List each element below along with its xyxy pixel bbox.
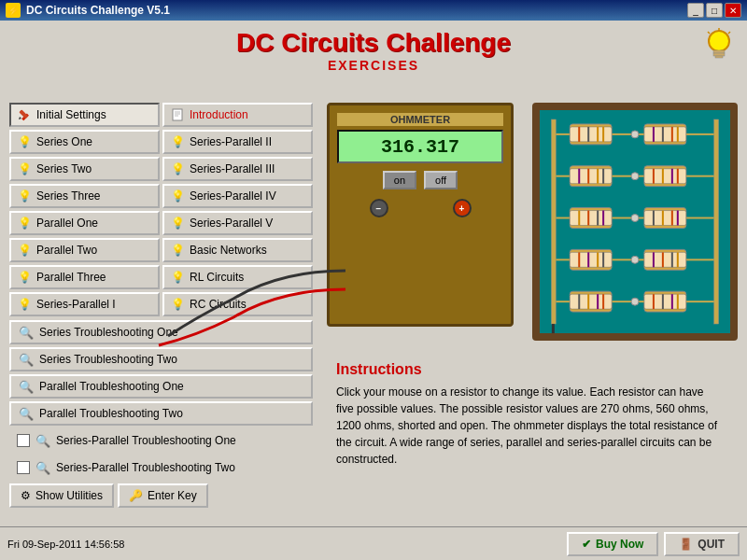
series-trouble-two-button[interactable]: 🔍 Series Troubleshooting Two (9, 347, 313, 371)
main-window: DC Circuits Challenge EXERCISES (0, 21, 747, 560)
nav-series-parallel-ii[interactable]: 💡 Series-Parallel II (162, 130, 313, 154)
nav-basic-networks[interactable]: 💡 Basic Networks (162, 238, 313, 262)
basic-networks-label: Basic Networks (190, 244, 267, 257)
bulb-icon-4: 💡 (170, 161, 185, 176)
nav-series-parallel-iv[interactable]: 💡 Series-Parallel IV (162, 184, 313, 208)
enter-key-label: Enter Key (148, 489, 197, 502)
circuit-board (532, 103, 738, 341)
nav-grid: Initial Settings Introduction 💡 Series O… (9, 103, 313, 316)
nav-series-parallel-i[interactable]: 💡 Series-Parallel I (9, 292, 160, 316)
show-utilities-label: Show Utilities (35, 489, 103, 502)
bottom-right-buttons: ✔ Buy Now 🚪 QUIT (567, 532, 740, 556)
nav-parallel-one[interactable]: 💡 Parallel One (9, 211, 160, 235)
nav-series-three[interactable]: 💡 Series Three (9, 184, 160, 208)
nav-rl-circuits[interactable]: 💡 RL Circuits (162, 265, 313, 289)
nav-series-parallel-iii[interactable]: 💡 Series-Parallel III (162, 157, 313, 181)
checkbox-sp-two[interactable] (17, 461, 30, 474)
parallel-three-label: Parallel Three (36, 271, 106, 284)
nav-parallel-three[interactable]: 💡 Parallel Three (9, 265, 160, 289)
sp-trouble-one-row[interactable]: 🔍 Series-Parallel Troubleshooting One (9, 428, 313, 453)
bulb-icon-13: 💡 (17, 297, 32, 312)
svg-point-97 (631, 173, 639, 180)
window-title: DC Circuits Challenge V5.1 (26, 4, 170, 17)
svg-rect-15 (714, 119, 719, 324)
series-trouble-two-label: Series Troubleshooting Two (39, 353, 177, 366)
ohmmeter-body: OHMMETER 316.317 on off − + (327, 103, 514, 327)
series-parallel-i-label: Series-Parallel I (36, 298, 116, 311)
series-three-label: Series Three (36, 189, 100, 203)
nav-parallel-two[interactable]: 💡 Parallel Two (9, 238, 160, 262)
left-panel: Initial Settings Introduction 💡 Series O… (9, 103, 313, 508)
search-icon-3: 🔍 (19, 379, 34, 394)
bulb-icon-11: 💡 (17, 270, 32, 285)
ohmmeter-on-button[interactable]: on (383, 171, 416, 189)
series-parallel-iv-label: Series-Parallel IV (190, 189, 276, 203)
ohmmeter-off-button[interactable]: off (424, 171, 458, 189)
svg-rect-10 (173, 109, 182, 120)
checkbox-sp-one[interactable] (17, 434, 30, 447)
parallel-trouble-two-button[interactable]: 🔍 Parallel Troubleshooting Two (9, 401, 313, 426)
parallel-trouble-one-button[interactable]: 🔍 Parallel Troubleshooting One (9, 374, 313, 399)
close-button[interactable]: ✕ (725, 3, 741, 18)
svg-rect-3 (715, 56, 723, 58)
series-two-label: Series Two (36, 162, 92, 175)
parallel-two-label: Parallel Two (36, 244, 97, 257)
search-icon-4: 🔍 (19, 406, 34, 421)
title-bar: ⚡ DC Circuits Challenge V5.1 _ □ ✕ (0, 0, 747, 21)
svg-point-0 (709, 31, 729, 51)
nav-series-parallel-v[interactable]: 💡 Series-Parallel V (162, 211, 313, 235)
initial-settings-label: Initial Settings (36, 108, 106, 121)
bulb-icon-14: 💡 (170, 297, 185, 312)
svg-point-96 (631, 131, 639, 138)
svg-rect-59 (644, 211, 686, 226)
show-utilities-button[interactable]: ⚙ Show Utilities (9, 483, 114, 508)
svg-rect-2 (713, 53, 725, 56)
right-panel: OHMMETER 316.317 on off − + (327, 103, 738, 355)
key-icon: 🔑 (129, 489, 143, 502)
bulb-icon-3: 💡 (17, 161, 32, 176)
sp-trouble-two-row[interactable]: 🔍 Series-Parallel Troubleshooting Two (9, 455, 313, 480)
nav-rc-circuits[interactable]: 💡 RC Circuits (162, 292, 313, 316)
series-parallel-ii-label: Series-Parallel II (190, 135, 272, 148)
svg-line-5 (708, 32, 710, 34)
search-icon-5: 🔍 (35, 433, 50, 448)
app-subtitle: EXERCISES (0, 58, 747, 73)
maximize-button[interactable]: □ (706, 3, 723, 18)
utility-row: ⚙ Show Utilities 🔑 Enter Key (9, 483, 313, 508)
bulb-icon-1: 💡 (17, 134, 32, 149)
svg-rect-19 (570, 127, 612, 142)
negative-terminal: − (370, 199, 388, 217)
buy-now-button[interactable]: ✔ Buy Now (567, 532, 658, 556)
bulb-icon-7: 💡 (17, 216, 32, 231)
status-text: Fri 09-Sep-2011 14:56:58 (7, 539, 124, 550)
window-controls: _ □ ✕ (687, 3, 741, 18)
bulb-icon-5: 💡 (17, 189, 32, 203)
instructions-title: Instructions (336, 361, 724, 378)
svg-rect-91 (644, 294, 686, 309)
bulb-icon-6: 💡 (170, 189, 185, 203)
svg-rect-43 (644, 169, 686, 184)
quit-button[interactable]: 🚪 QUIT (664, 532, 740, 556)
nav-introduction[interactable]: Introduction (162, 103, 313, 127)
bulb-icon-10: 💡 (170, 243, 185, 258)
positive-terminal: + (453, 199, 472, 217)
nav-series-one[interactable]: 💡 Series One (9, 130, 160, 154)
header: DC Circuits Challenge EXERCISES (0, 21, 747, 77)
svg-point-99 (631, 256, 639, 263)
nav-initial-settings[interactable]: Initial Settings (9, 103, 160, 127)
gear-icon: ⚙ (21, 489, 31, 502)
ohmmeter-terminals: − + (337, 199, 503, 217)
ohmmeter-container: OHMMETER 316.317 on off − + (327, 103, 523, 336)
enter-key-button[interactable]: 🔑 Enter Key (118, 483, 208, 508)
introduction-label: Introduction (190, 108, 248, 121)
bulb-icon-9: 💡 (17, 243, 32, 258)
minimize-button[interactable]: _ (687, 3, 704, 18)
series-trouble-one-button[interactable]: 🔍 Series Troubleshooting One (9, 320, 313, 344)
parallel-trouble-one-label: Parallel Troubleshooting One (39, 380, 184, 393)
svg-line-6 (728, 32, 730, 34)
quit-icon: 🚪 (679, 538, 693, 551)
svg-rect-83 (570, 294, 612, 309)
nav-series-two[interactable]: 💡 Series Two (9, 157, 160, 181)
svg-rect-1 (713, 50, 725, 53)
search-icon-1: 🔍 (19, 325, 34, 340)
